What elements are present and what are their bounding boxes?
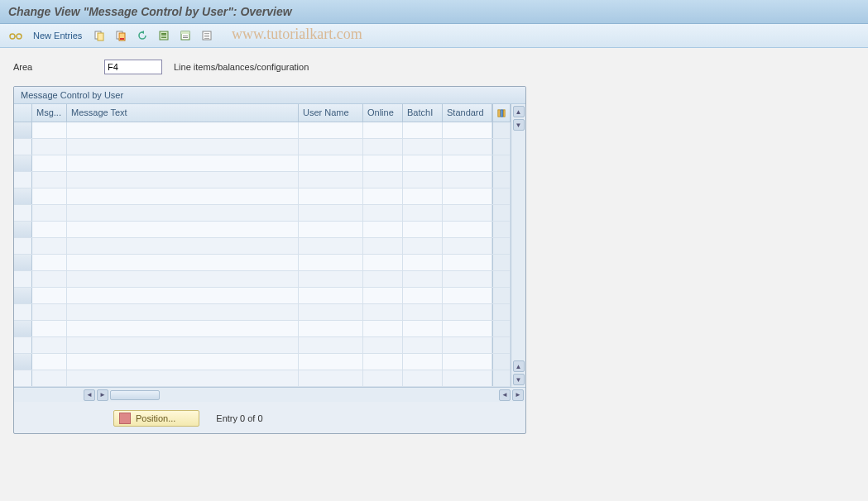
svg-rect-20 [498, 109, 501, 116]
col-user-name[interactable]: User Name [299, 104, 363, 122]
svg-rect-8 [161, 33, 166, 35]
select-all-icon[interactable] [155, 27, 173, 44]
scroll-thumb[interactable] [110, 390, 160, 400]
col-message-text[interactable]: Message Text [67, 104, 299, 122]
grid-body [14, 122, 511, 387]
table-row[interactable] [14, 222, 511, 238]
col-online[interactable]: Online [363, 104, 403, 122]
horizontal-scrollbar[interactable]: ◄ ► ◄ ► [14, 387, 525, 402]
table-row[interactable] [14, 155, 511, 172]
col-standard[interactable]: Standard [443, 104, 492, 122]
glasses-icon[interactable] [7, 27, 25, 44]
svg-rect-10 [161, 37, 166, 38]
data-grid: Msg... Message Text User Name Online Bat… [14, 104, 511, 387]
area-field-row: Area Line items/balances/configuration [13, 60, 855, 74]
content-area: Area Line items/balances/configuration M… [0, 48, 868, 446]
table-row[interactable] [14, 172, 511, 188]
table-row[interactable] [14, 288, 511, 304]
select-block-icon[interactable] [176, 27, 194, 44]
svg-rect-19 [204, 38, 209, 39]
table-row[interactable] [14, 238, 511, 255]
grid-header: Msg... Message Text User Name Online Bat… [14, 104, 511, 122]
svg-rect-3 [98, 33, 103, 41]
position-label: Position... [136, 413, 175, 423]
col-msg[interactable]: Msg... [32, 104, 67, 122]
page-title: Change View "Message Control by User": O… [0, 0, 868, 24]
toolbar: New Entries www.tutorialkart.com [0, 24, 868, 48]
area-description: Line items/balances/configuration [170, 62, 309, 72]
col-batch[interactable]: BatchI [403, 104, 443, 122]
table-row[interactable] [14, 304, 511, 321]
copy-as-icon[interactable] [112, 27, 130, 44]
position-button[interactable]: Position... [113, 410, 199, 427]
table-row[interactable] [14, 354, 511, 370]
panel-footer: Position... Entry 0 of 0 [14, 402, 525, 433]
undo-icon[interactable] [133, 27, 151, 44]
svg-rect-12 [181, 31, 189, 34]
svg-rect-9 [161, 36, 166, 36]
scroll-down-small-icon[interactable]: ▼ [513, 119, 525, 131]
svg-rect-22 [504, 109, 506, 116]
area-input[interactable] [104, 60, 162, 74]
deselect-all-icon[interactable] [198, 27, 216, 44]
table-row[interactable] [14, 139, 511, 155]
table-row[interactable] [14, 321, 511, 337]
svg-rect-14 [183, 37, 188, 38]
scroll-up-icon[interactable]: ▲ [513, 106, 525, 117]
position-icon [119, 413, 131, 424]
table-row[interactable] [14, 337, 511, 354]
new-entries-button[interactable]: New Entries [28, 29, 87, 42]
area-label: Area [13, 62, 96, 72]
scroll-right-end-icon[interactable]: ► [512, 389, 524, 401]
svg-rect-17 [204, 35, 209, 36]
table-row[interactable] [14, 370, 511, 387]
table-row[interactable] [14, 271, 511, 288]
row-selector-header[interactable] [14, 104, 32, 122]
table-row[interactable] [14, 188, 511, 205]
scroll-down-icon[interactable]: ▼ [513, 374, 525, 385]
table-row[interactable] [14, 255, 511, 271]
panel-title: Message Control by User [14, 87, 525, 104]
svg-rect-16 [204, 33, 209, 34]
svg-rect-18 [204, 36, 209, 37]
scroll-left-end-icon[interactable]: ◄ [499, 389, 511, 401]
table-row[interactable] [14, 122, 511, 139]
copy-icon[interactable] [90, 27, 108, 44]
entry-counter: Entry 0 of 0 [216, 413, 262, 423]
svg-rect-6 [120, 38, 124, 40]
svg-rect-13 [183, 36, 188, 36]
vertical-scrollbar[interactable]: ▲ ▼ ▲ ▼ [511, 104, 525, 387]
table-row[interactable] [14, 205, 511, 222]
svg-rect-21 [501, 109, 503, 116]
scroll-up-small-icon[interactable]: ▲ [513, 360, 525, 372]
watermark: www.tutorialkart.com [232, 26, 362, 43]
configure-columns-icon[interactable] [492, 104, 511, 122]
scroll-left-icon[interactable]: ◄ [84, 389, 95, 401]
message-control-panel: Message Control by User Msg... Message T… [13, 86, 526, 434]
scroll-right-icon[interactable]: ► [97, 389, 108, 401]
